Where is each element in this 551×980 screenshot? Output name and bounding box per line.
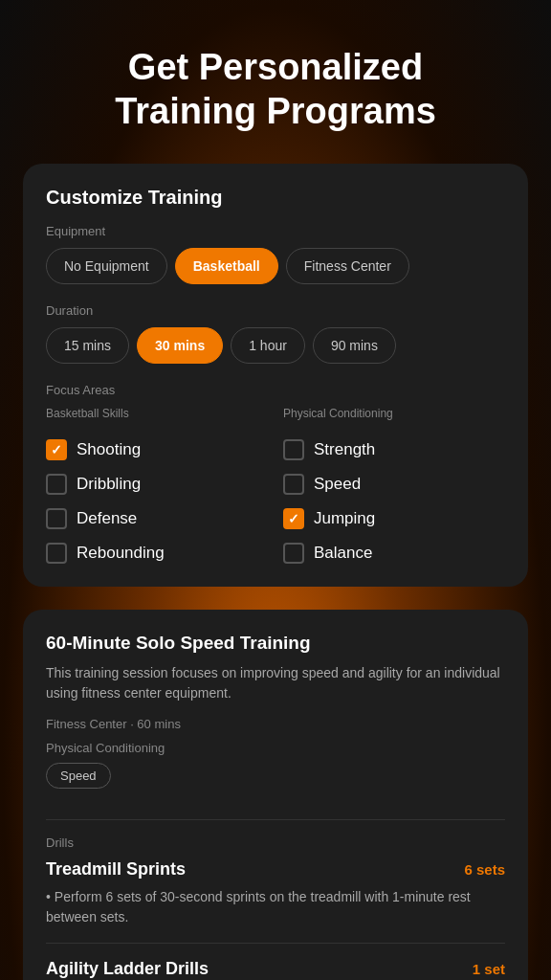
result-category-label: Physical Conditioning [46,741,505,755]
result-title: 60-Minute Solo Speed Training [46,633,505,654]
drill-name-treadmill: Treadmill Sprints [46,859,186,880]
checkbox-jumping[interactable]: Jumping [283,508,505,529]
checkbox-dribbling[interactable]: Dribbling [46,474,268,495]
checkbox-dribbling-label: Dribbling [77,475,141,494]
basketball-skills-label: Basketball Skills [46,407,268,420]
drills-label: Drills [46,835,505,850]
checkbox-speed-box[interactable] [283,474,304,495]
duration-1hour[interactable]: 1 hour [231,327,305,364]
result-tag: Speed [46,763,111,789]
result-description: This training session focuses on improvi… [46,663,505,703]
checkbox-strength-label: Strength [314,440,375,459]
checkbox-defense-label: Defense [77,509,137,528]
equipment-label: Equipment [46,224,505,238]
checkbox-shooting[interactable]: Shooting [46,439,268,460]
physical-conditioning-label: Physical Conditioning [283,407,505,420]
checkbox-balance[interactable]: Balance [283,543,505,564]
checkbox-speed[interactable]: Speed [283,474,505,495]
checkbox-balance-box[interactable] [283,543,304,564]
checkbox-jumping-box[interactable] [283,508,304,529]
checkbox-shooting-label: Shooting [77,440,141,459]
drill-name-agility: Agility Ladder Drills [46,959,209,979]
checkbox-shooting-box[interactable] [46,439,67,460]
divider [46,819,505,820]
duration-label: Duration [46,303,505,318]
duration-options: 15 mins 30 mins 1 hour 90 mins [46,327,505,364]
drill-header-agility: Agility Ladder Drills 1 set [46,959,505,979]
card-title: Customize Training [46,187,505,209]
divider-2 [46,943,505,944]
duration-15mins[interactable]: 15 mins [46,327,129,364]
checkbox-balance-label: Balance [314,544,372,563]
drill-header-treadmill: Treadmill Sprints 6 sets [46,859,505,880]
drill-desc-treadmill: Perform 6 sets of 30-second sprints on t… [46,887,505,927]
result-card: 60-Minute Solo Speed Training This train… [23,610,528,980]
drill-item-treadmill: Treadmill Sprints 6 sets Perform 6 sets … [46,859,505,927]
result-meta: Fitness Center · 60 mins [46,717,505,731]
page-title: Get Personalized Training Programs [38,46,513,133]
equipment-no-equipment[interactable]: No Equipment [46,248,167,284]
checkbox-defense-box[interactable] [46,508,67,529]
physical-conditioning-column: Physical Conditioning Strength Speed Jum… [283,407,505,564]
checkbox-strength-box[interactable] [283,439,304,460]
checkbox-strength[interactable]: Strength [283,439,505,460]
checkbox-rebounding-label: Rebounding [77,544,165,563]
drill-sets-agility: 1 set [473,961,505,977]
checkbox-defense[interactable]: Defense [46,508,268,529]
drill-sets-treadmill: 6 sets [464,861,505,878]
focus-areas-columns: Basketball Skills Shooting Dribbling Def… [46,407,505,564]
page-header: Get Personalized Training Programs [0,0,551,164]
customize-training-card: Customize Training Equipment No Equipmen… [23,164,528,587]
focus-areas-label: Focus Areas [46,383,505,397]
checkbox-speed-label: Speed [314,475,361,494]
duration-30mins[interactable]: 30 mins [137,327,223,364]
basketball-skills-column: Basketball Skills Shooting Dribbling Def… [46,407,268,564]
equipment-basketball[interactable]: Basketball [175,248,278,284]
drill-item-agility: Agility Ladder Drills 1 set Complete a s… [46,959,505,980]
checkbox-rebounding-box[interactable] [46,543,67,564]
checkbox-rebounding[interactable]: Rebounding [46,543,268,564]
duration-90mins[interactable]: 90 mins [313,327,396,364]
equipment-fitness-center[interactable]: Fitness Center [286,248,409,284]
equipment-options: No Equipment Basketball Fitness Center [46,248,505,284]
checkbox-jumping-label: Jumping [314,509,375,528]
checkbox-dribbling-box[interactable] [46,474,67,495]
